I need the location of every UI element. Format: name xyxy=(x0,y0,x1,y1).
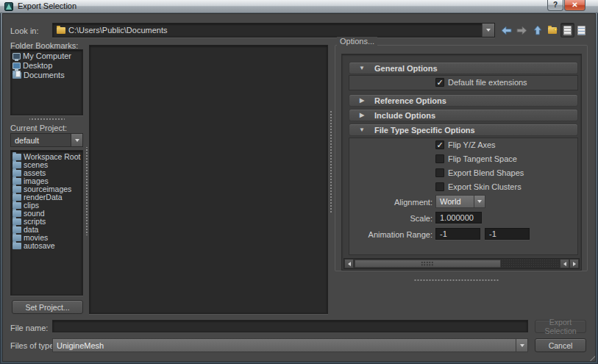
files-of-type-dropdown-button[interactable] xyxy=(516,338,528,352)
documents-folder-icon xyxy=(13,72,21,79)
folder-icon xyxy=(13,194,21,201)
back-arrow-icon xyxy=(501,26,512,35)
up-arrow-icon xyxy=(533,25,543,35)
scale-input[interactable]: 1.000000 xyxy=(435,212,482,224)
current-project-combobox[interactable]: default xyxy=(10,133,83,147)
maya-app-icon xyxy=(4,2,13,11)
file-name-input[interactable] xyxy=(52,320,528,332)
options-group-label: Options... xyxy=(337,37,377,46)
section-header-include-options[interactable]: ▶ Include Options xyxy=(349,109,578,121)
arrow-left-icon xyxy=(563,262,566,266)
checkbox-label: Export Blend Shapes xyxy=(448,168,524,177)
bookmark-item-my-computer[interactable]: My Computer xyxy=(11,51,82,61)
chevron-down-icon xyxy=(75,139,79,142)
alignment-combobox[interactable]: World xyxy=(435,195,485,208)
export-selection-button[interactable]: Export Selection xyxy=(535,320,586,333)
project-dropdown-button[interactable] xyxy=(71,133,83,147)
folder-icon xyxy=(13,178,21,185)
folder-item[interactable]: scripts xyxy=(11,218,82,226)
path-combobox[interactable]: C:\Users\Public\Documents xyxy=(52,23,495,38)
folder-icon xyxy=(13,162,21,168)
arrow-right-icon xyxy=(573,262,576,266)
folder-icon xyxy=(13,243,21,249)
triangle-right-icon: ▶ xyxy=(349,112,374,118)
path-dropdown-button[interactable] xyxy=(482,24,494,37)
arrow-left-icon xyxy=(348,262,351,266)
current-path: C:\Users\Public\Documents xyxy=(65,26,482,35)
scroll-right-button[interactable] xyxy=(569,259,579,268)
window-title: Export Selection xyxy=(18,1,76,10)
thumb-grip-icon xyxy=(421,261,434,267)
flip-yz-axes-checkbox[interactable]: ✓ xyxy=(435,140,444,149)
set-project-button[interactable]: Set Project... xyxy=(12,300,83,314)
folder-item[interactable]: scenes xyxy=(11,161,82,169)
scroll-left-button-secondary[interactable] xyxy=(560,259,569,268)
details-view-icon xyxy=(577,26,585,35)
animation-range-start-input[interactable]: -1 xyxy=(435,228,480,240)
folder-item[interactable]: renderData xyxy=(11,193,82,201)
folder-item[interactable]: sound xyxy=(11,210,82,218)
scrollbar-thumb[interactable] xyxy=(355,260,501,268)
bookmark-item-documents[interactable]: Documents xyxy=(11,71,82,80)
folder-icon xyxy=(13,218,21,225)
list-view-icon xyxy=(563,26,572,35)
back-button[interactable] xyxy=(499,23,513,38)
default-file-extensions-row: ✓ Default file extensions xyxy=(435,78,527,87)
up-one-level-button[interactable] xyxy=(530,23,544,38)
close-button[interactable]: ✕ xyxy=(564,0,585,11)
bookmark-item-desktop[interactable]: Desktop xyxy=(11,61,82,71)
alignment-value: World xyxy=(435,195,474,208)
desktop-icon xyxy=(13,63,21,69)
triangle-down-icon: ▼ xyxy=(349,65,374,71)
file-name-label: File name: xyxy=(10,324,48,332)
list-view-button[interactable] xyxy=(560,23,574,38)
default-file-extensions-checkbox[interactable]: ✓ xyxy=(435,78,444,87)
project-folder-tree: Workspace Root scenes assets images sour… xyxy=(10,150,83,296)
title-bar[interactable]: Export Selection ? ✕ xyxy=(0,0,598,13)
chevron-down-icon xyxy=(520,344,524,347)
flip-yz-axes-row: ✓ Flip Y/Z Axes xyxy=(435,140,496,149)
options-horizontal-scrollbar[interactable] xyxy=(344,258,580,269)
triangle-right-icon: ▶ xyxy=(349,97,374,104)
files-of-type-value: UnigineMesh xyxy=(52,338,516,352)
scrollbar-track[interactable] xyxy=(354,259,560,268)
section-header-file-type-specific-options[interactable]: ▼ File Type Specific Options xyxy=(349,124,578,136)
details-view-button[interactable] xyxy=(574,23,588,38)
checkbox-label: Flip Y/Z Axes xyxy=(448,140,496,149)
file-list-view[interactable] xyxy=(89,45,328,314)
export-blend-shapes-checkbox[interactable] xyxy=(435,168,444,177)
export-blend-shapes-row: Export Blend Shapes xyxy=(435,168,524,177)
folder-item[interactable]: clips xyxy=(11,201,82,210)
files-of-type-label: Files of type: xyxy=(10,341,56,350)
folder-icon xyxy=(13,170,21,176)
folder-icon xyxy=(57,27,65,34)
folder-item[interactable]: autosave xyxy=(11,242,82,250)
scale-label: Scale: xyxy=(330,214,433,223)
left-panel-splitter-handle[interactable] xyxy=(85,147,88,235)
computer-icon xyxy=(13,53,21,60)
folder-icon xyxy=(13,154,21,160)
folder-bookmarks-list: My Computer Desktop Documents xyxy=(10,49,83,115)
alignment-dropdown-button[interactable] xyxy=(474,195,485,208)
files-of-type-combobox[interactable]: UnigineMesh xyxy=(52,338,528,352)
section-header-reference-options[interactable]: ▶ Reference Options xyxy=(349,94,578,107)
current-project-label: Current Project: xyxy=(10,124,67,132)
section-header-general-options[interactable]: ▼ General Options xyxy=(349,62,578,74)
options-bottom-splitter-handle[interactable] xyxy=(414,279,499,282)
forward-button[interactable] xyxy=(515,23,529,38)
folder-icon xyxy=(13,202,21,209)
scroll-left-button[interactable] xyxy=(344,259,354,268)
create-new-folder-button[interactable]: ✦ xyxy=(545,23,559,38)
flip-tangent-space-checkbox[interactable] xyxy=(435,154,444,163)
animation-range-end-input[interactable]: -1 xyxy=(485,228,530,240)
bookmarks-splitter-handle[interactable] xyxy=(29,118,65,121)
folder-icon xyxy=(13,210,21,217)
triangle-down-icon: ▼ xyxy=(349,126,374,133)
star-icon: ✦ xyxy=(553,26,558,33)
chevron-down-icon xyxy=(477,200,482,203)
folder-icon xyxy=(13,235,21,241)
help-button[interactable]: ? xyxy=(547,0,563,11)
flip-tangent-space-row: Flip Tangent Space xyxy=(435,154,517,163)
export-skin-clusters-checkbox[interactable] xyxy=(435,182,444,191)
cancel-button[interactable]: Cancel xyxy=(535,338,586,352)
